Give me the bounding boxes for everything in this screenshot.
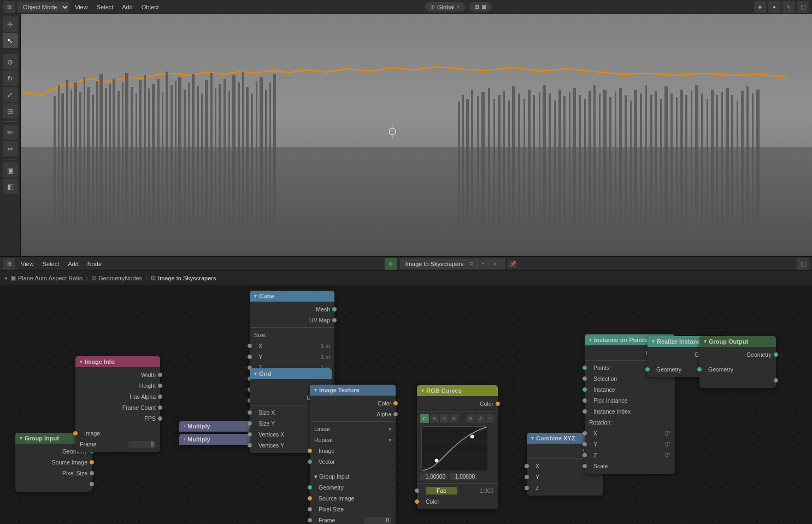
breadcrumb-image-to-skyscrapers[interactable]: ⊞ Image to Skyscrapers [151,274,216,281]
iop-rot-y-socket[interactable] [582,442,587,446]
iop-points-socket[interactable] [582,366,587,370]
pin-icon[interactable]: 📌 [508,260,517,268]
node-view-menu[interactable]: View [17,260,37,268]
curve-x-value[interactable] [420,473,448,480]
img-tex-alpha-socket[interactable] [393,412,398,416]
node-editor-icon[interactable]: ⊞ [3,258,15,270]
width-socket[interactable] [158,373,162,377]
close-node-icon[interactable]: ✕ [491,260,499,268]
curves-b-tab[interactable]: B [450,414,458,423]
frame-input[interactable] [128,441,156,448]
multiply-node-2[interactable]: › Multiply II [179,434,256,445]
img-tex-source-socket[interactable] [308,496,312,501]
combine-y-socket[interactable] [525,475,529,479]
scale-tool[interactable]: ⤢ [3,87,18,102]
grid-vy-socket[interactable] [248,443,252,448]
fps-socket[interactable] [158,416,162,421]
fac-socket[interactable] [415,488,419,493]
snap-controls[interactable]: ⊞ ⊠ [469,2,492,11]
transform-tool[interactable]: ⊕ [3,54,18,69]
go-geo-in-socket[interactable] [697,367,702,372]
ri-geo-in-socket[interactable] [645,367,650,372]
grid-sizey-socket[interactable] [248,421,252,426]
frame-socket2[interactable] [308,518,312,522]
viewport-icon[interactable]: ⊞ [3,1,15,13]
curves-reset1[interactable]: ↺ [476,414,485,423]
height-socket[interactable] [158,384,162,388]
new-icon[interactable]: + [479,260,487,268]
image-info-node[interactable]: ▾ Image Info Width Height Has Alpha [75,356,160,452]
breadcrumb-plane[interactable]: ▣ Plane Auto Aspect Ratio [10,274,83,281]
img-tex-vector-socket[interactable] [308,460,312,464]
select-tool[interactable]: ↖ [3,33,18,48]
transform-all[interactable]: ⊞ [3,103,18,119]
iop-selection-socket[interactable] [582,376,587,381]
image-in-socket[interactable] [73,431,78,435]
iop-index-socket[interactable] [582,409,587,414]
rotate-tool[interactable]: ↻ [3,70,18,86]
img-tex-pixel-socket[interactable] [308,507,312,511]
source-image-socket[interactable] [90,460,94,464]
img-tex-geo-socket[interactable] [308,485,312,490]
curves-g-tab[interactable]: G [440,414,449,423]
cursor-tool[interactable]: ✛ [3,16,18,32]
iop-instance-socket[interactable] [582,387,587,392]
svg-rect-14 [105,88,107,249]
rgb-color-in-socket[interactable] [415,499,419,504]
view-menu[interactable]: View [72,3,91,11]
add-object-tool[interactable]: ◧ [3,179,18,194]
combine-x-socket[interactable] [525,464,529,468]
cube-y-socket[interactable] [248,355,252,359]
cube-uvmap-socket[interactable] [332,318,337,322]
curve-y-value[interactable] [450,473,477,480]
curves-c-tab[interactable]: C [420,414,429,423]
frame-count-socket[interactable] [158,405,162,410]
annotate-tool[interactable]: ✏ [3,125,18,140]
object-menu[interactable]: Object [138,3,162,11]
top-corner-btn[interactable]: ◫ [797,1,809,13]
iop-scale-socket[interactable] [582,464,587,468]
add-cube-tool[interactable]: ▣ [3,162,18,178]
has-alpha-socket[interactable] [158,395,162,399]
combine-z-socket[interactable] [525,486,529,490]
rgb-color-socket[interactable] [496,402,500,406]
img-tex-image-socket[interactable] [308,449,312,453]
grid-sizex-socket[interactable] [248,410,252,415]
frame-input2[interactable] [364,517,391,524]
pixel-size-socket[interactable] [90,471,94,475]
image-texture-node[interactable]: ▾ Image Texture Color Alpha Linear ▾ [310,385,396,524]
curves-r-tab[interactable]: R [430,414,439,423]
node-select-menu[interactable]: Select [39,260,63,268]
img-tex-color-socket[interactable] [393,401,398,405]
select-menu-top[interactable]: Select [93,3,117,11]
overlay-icon[interactable]: ◈ [754,1,766,13]
group-output-node[interactable]: ▾ Group Output Geometry Geometry [699,336,776,388]
viewport-shading[interactable]: ● [768,1,780,13]
node-type-icon[interactable]: ⊗ [385,258,397,270]
back-arrow[interactable]: ◂ [4,275,7,281]
add-menu-top[interactable]: Add [119,3,136,11]
iop-rot-x-socket[interactable] [582,431,587,435]
multiply-node-1[interactable]: › Multiply II [179,421,256,432]
copy-icon[interactable]: ⧉ [467,260,475,268]
curves-settings[interactable]: ⚙ [466,414,475,423]
go-geo-socket[interactable] [774,352,778,357]
node-canvas[interactable]: ▾ Group Input Geometry Source Image Pixe… [0,285,812,524]
iop-rot-z-socket[interactable] [582,453,587,457]
go-bottom-socket[interactable] [774,378,778,382]
node-add-menu[interactable]: Add [64,260,82,268]
grid-vx-socket[interactable] [248,432,252,437]
cube-x-socket[interactable] [248,344,252,348]
object-mode-dropdown[interactable]: Object Mode [17,2,69,13]
cube-mesh-socket[interactable] [332,307,337,311]
breadcrumb-geonodes[interactable]: ⊞ GeometryNodes [91,274,142,281]
curves-reset2[interactable]: — [486,414,495,423]
node-node-menu[interactable]: Node [84,260,105,268]
viewport-icons2[interactable]: ∿ [782,1,795,13]
iop-pick-socket[interactable] [582,398,587,403]
measure-tool[interactable]: ⇔ [3,141,18,156]
bottom-socket[interactable] [90,482,94,486]
global-transform[interactable]: ⊕ Global ▾ [425,2,466,11]
node-corner-btn[interactable]: ◫ [797,258,809,270]
rgb-curves-node[interactable]: ▾ RGB Curves Color C R G B ⚙ ↺ — [417,385,498,509]
